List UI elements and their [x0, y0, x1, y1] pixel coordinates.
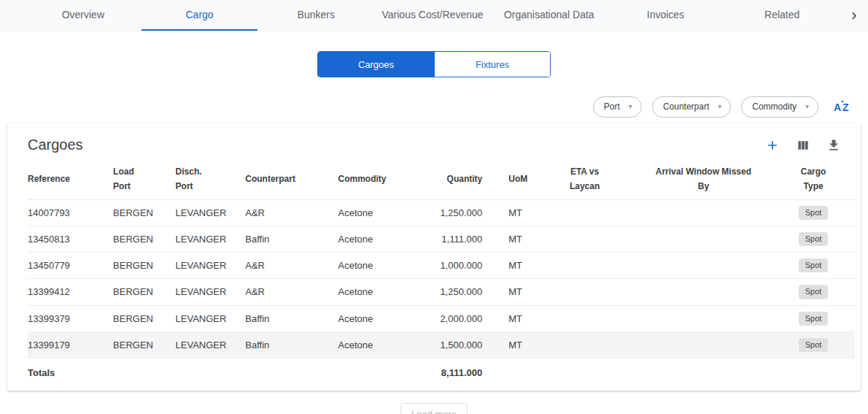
cell-quantity: 1,250.000 [419, 279, 494, 305]
cell-quantity: 2,000.000 [419, 305, 494, 331]
table-row[interactable]: 13399379BERGENLEVANGERBaffinAcetone2,000… [28, 305, 855, 331]
top-nav-tabs: OverviewCargoBunkersVarious Cost/Revenue… [25, 0, 840, 31]
download-button[interactable] [826, 137, 842, 153]
card-title: Cargoes [28, 137, 83, 153]
cell-cargo_type: Spot [783, 331, 855, 358]
column-header-quantity[interactable]: Quantity [419, 159, 494, 199]
cell-commodity: Acetone [338, 253, 419, 279]
cell-disch_port: LEVANGER [176, 253, 246, 279]
column-header-uom[interactable]: UoM [494, 159, 546, 199]
cell-commodity: Acetone [338, 199, 419, 226]
card-actions [764, 137, 842, 153]
cell-commodity: Acetone [338, 305, 419, 331]
cell-commodity: Acetone [338, 226, 419, 252]
column-header-arrival_window_missed_by[interactable]: Arrival Window Missed By [635, 159, 784, 199]
cargo-type-badge: Spot [799, 312, 829, 326]
filter-row: Port▾Counterpart▾Commodity▾ A Z [0, 96, 852, 118]
tab-bunkers[interactable]: Bunkers [257, 0, 374, 31]
cargo-type-badge: Spot [799, 206, 829, 220]
load-more-button[interactable]: Load more [400, 403, 468, 414]
table-row[interactable]: 13399179BERGENLEVANGERBaffinAcetone1,500… [28, 331, 855, 358]
totals-row: Totals 8,111.000 [28, 358, 855, 388]
table-row[interactable]: 14007793BERGENLEVANGERA&RAcetone1,250.00… [28, 199, 855, 226]
column-header-counterpart[interactable]: Counterpart [245, 159, 338, 199]
cell-arrival_window_missed_by [635, 305, 784, 331]
cell-counterpart: A&R [245, 199, 338, 226]
chevron-down-icon: ▾ [805, 103, 809, 110]
filter-label: Commodity [752, 101, 797, 112]
cell-eta_vs_laycan [546, 305, 635, 331]
filter-counterpart-dropdown[interactable]: Counterpart▾ [652, 96, 731, 118]
cell-uom: MT [494, 253, 546, 279]
view-toggle: CargoesFixtures [317, 51, 551, 77]
cell-quantity: 1,111.000 [419, 226, 494, 252]
cell-reference: 13399179 [28, 331, 113, 358]
column-header-reference[interactable]: Reference [28, 159, 113, 199]
cell-uom: MT [494, 331, 546, 358]
filter-commodity-dropdown[interactable]: Commodity▾ [741, 96, 818, 118]
toggle-option-cargoes[interactable]: Cargoes [318, 52, 434, 77]
tab-related[interactable]: Related [724, 0, 840, 31]
table-header-row: ReferenceLoad PortDisch. PortCounterpart… [28, 159, 855, 199]
tab-cargo[interactable]: Cargo [142, 0, 258, 31]
cell-disch_port: LEVANGER [176, 331, 246, 358]
cell-load_port: BERGEN [113, 279, 176, 305]
cell-commodity: Acetone [338, 279, 419, 305]
cell-arrival_window_missed_by [635, 279, 784, 305]
tab-various-cost-revenue[interactable]: Various Cost/Revenue [374, 0, 491, 31]
add-cargo-button[interactable] [764, 137, 780, 153]
cargoes-card: Cargoes ReferenceLoad PortDisch. PortC [7, 123, 861, 391]
filter-port-dropdown[interactable]: Port▾ [593, 96, 642, 118]
cell-cargo_type: Spot [783, 199, 855, 226]
column-header-load_port[interactable]: Load Port [113, 159, 176, 199]
cell-eta_vs_laycan [546, 226, 635, 252]
cell-arrival_window_missed_by [635, 331, 784, 358]
column-header-cargo_type[interactable]: Cargo Type [783, 159, 855, 199]
cell-cargo_type: Spot [783, 226, 855, 252]
totals-spacer [494, 358, 855, 388]
cell-reference: 13399379 [28, 305, 113, 331]
cell-cargo_type: Spot [783, 305, 855, 331]
column-header-eta_vs_laycan[interactable]: ETA vs Laycan [546, 159, 635, 199]
sort-alpha-button[interactable]: A Z [833, 100, 852, 113]
sort-alpha-icon: A Z [833, 100, 852, 113]
cell-eta_vs_laycan [546, 279, 635, 305]
download-icon [826, 138, 841, 153]
cell-quantity: 1,500.000 [419, 331, 494, 358]
totals-quantity: 8,111.000 [419, 358, 494, 388]
cell-reference: 13399412 [28, 279, 113, 305]
tab-organisational-data[interactable]: Organisational Data [491, 0, 608, 31]
tab-invoices[interactable]: Invoices [608, 0, 724, 31]
cell-commodity: Acetone [338, 331, 419, 358]
cell-load_port: BERGEN [113, 253, 176, 279]
cargo-table: ReferenceLoad PortDisch. PortCounterpart… [28, 159, 855, 388]
totals-label: Totals [28, 358, 419, 388]
table-row[interactable]: 13450813BERGENLEVANGERBaffinAcetone1,111… [28, 226, 855, 252]
cargo-type-badge: Spot [799, 285, 829, 299]
toggle-option-fixtures[interactable]: Fixtures [434, 52, 550, 77]
table-row[interactable]: 13450779BERGENLEVANGERA&RAcetone1,000.00… [28, 253, 855, 279]
plus-icon [765, 138, 780, 153]
cell-uom: MT [494, 226, 546, 252]
nav-scroll-right-button[interactable]: › [840, 0, 868, 31]
cell-uom: MT [494, 305, 546, 331]
chevron-down-icon: ▾ [718, 103, 721, 110]
cell-eta_vs_laycan [546, 331, 635, 358]
column-settings-button[interactable] [795, 137, 811, 153]
table-row[interactable]: 13399412BERGENLEVANGERA&RAcetone1,250.00… [28, 279, 855, 305]
cell-load_port: BERGEN [113, 331, 176, 358]
load-more-wrap: Load more [0, 403, 868, 414]
view-toggle-wrap: CargoesFixtures [0, 51, 868, 77]
column-header-commodity[interactable]: Commodity [338, 159, 419, 199]
cell-disch_port: LEVANGER [176, 226, 246, 252]
cargo-type-badge: Spot [799, 258, 829, 272]
card-header: Cargoes [7, 123, 861, 156]
column-header-disch_port[interactable]: Disch. Port [176, 159, 246, 199]
cell-arrival_window_missed_by [635, 199, 784, 226]
cell-disch_port: LEVANGER [176, 305, 246, 331]
filter-label: Port [604, 101, 620, 112]
cell-counterpart: A&R [245, 279, 338, 305]
cell-counterpart: A&R [245, 253, 338, 279]
tab-overview[interactable]: Overview [25, 0, 142, 31]
cell-eta_vs_laycan [546, 199, 635, 226]
